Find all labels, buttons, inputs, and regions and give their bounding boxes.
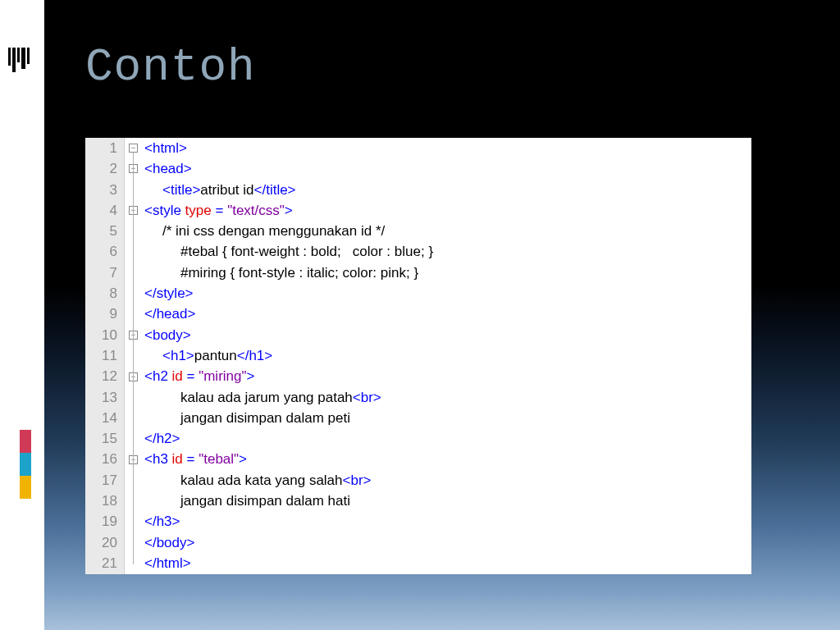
code-line: <h2 id = "miring"> (144, 366, 751, 386)
line-number: 4 (85, 200, 117, 221)
code-line: <style type = "text/css"> (144, 200, 751, 221)
code-line: <body> (144, 325, 751, 345)
code-line: /* ini css dengan menggunakan id */ (144, 221, 751, 241)
code-line: jangan disimpan dalam peti (144, 408, 751, 428)
line-number: 3 (85, 180, 117, 200)
slide-content: Contoh 1 2 3 4 5 6 7 8 9 10 11 12 13 14 … (44, 0, 840, 630)
code-line: </h2> (144, 428, 751, 449)
code-line: </style> (144, 283, 751, 304)
code-line: </head> (144, 304, 751, 324)
code-line: <head> (144, 158, 751, 179)
code-line: </h3> (144, 511, 751, 532)
line-number: 18 (85, 491, 117, 511)
line-number: 16 (85, 449, 117, 469)
line-number: 6 (85, 241, 117, 262)
line-number: 19 (85, 511, 117, 532)
line-number: 9 (85, 304, 117, 324)
code-line: <h3 id = "tebal"> (144, 449, 751, 469)
line-number: 13 (85, 387, 117, 408)
code-line: </html> (144, 553, 751, 573)
line-number: 10 (85, 325, 117, 345)
line-number-gutter: 1 2 3 4 5 6 7 8 9 10 11 12 13 14 15 16 1… (85, 138, 125, 574)
barcode-decoration (8, 48, 30, 72)
code-content: <html> <head> <title>atribut id</title> … (143, 138, 751, 574)
code-line: #tebal { font-weight : bold; color : blu… (144, 241, 751, 262)
line-number: 20 (85, 532, 117, 553)
line-number: 1 (85, 138, 117, 158)
line-number: 7 (85, 262, 117, 283)
line-number: 5 (85, 221, 117, 241)
code-line: <html> (144, 138, 751, 158)
code-line: <title>atribut id</title> (144, 180, 751, 200)
code-line: </body> (144, 532, 751, 553)
code-line: #miring { font-style : italic; color: pi… (144, 262, 751, 283)
fold-gutter: − − − − − − (125, 138, 143, 574)
slide-title: Contoh (44, 0, 840, 94)
line-number: 21 (85, 553, 117, 573)
code-line: kalau ada kata yang salah<br> (144, 470, 751, 491)
line-number: 2 (85, 158, 117, 179)
line-number: 12 (85, 366, 117, 386)
fold-toggle-icon[interactable]: − (129, 144, 138, 153)
code-line: kalau ada jarum yang patah<br> (144, 387, 751, 408)
line-number: 14 (85, 408, 117, 428)
line-number: 11 (85, 345, 117, 366)
code-editor-panel: 1 2 3 4 5 6 7 8 9 10 11 12 13 14 15 16 1… (85, 138, 751, 574)
line-number: 8 (85, 283, 117, 304)
left-decorative-strip (0, 0, 44, 630)
color-accent-stack (20, 430, 31, 499)
code-line: jangan disimpan dalam hati (144, 491, 751, 511)
code-line: <h1>pantun</h1> (144, 345, 751, 366)
line-number: 17 (85, 470, 117, 491)
line-number: 15 (85, 428, 117, 449)
